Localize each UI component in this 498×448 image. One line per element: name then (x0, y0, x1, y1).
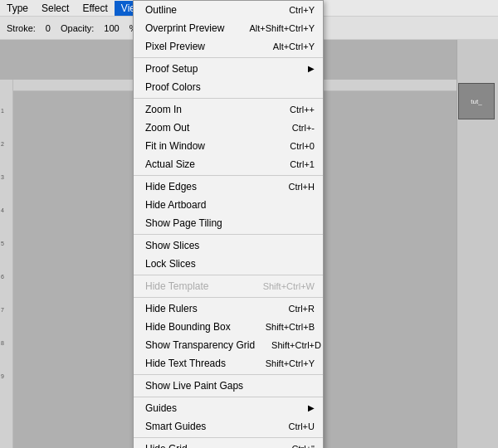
menu-item-show-transparency-grid[interactable]: Show Transparency Grid Shift+Ctrl+D (134, 336, 323, 354)
stroke-value[interactable]: 0 (42, 22, 54, 35)
menu-item-outline[interactable]: Outline Ctrl+Y (134, 1, 323, 19)
divider-6 (134, 297, 323, 298)
menu-item-actual-size[interactable]: Actual Size Ctrl+1 (134, 155, 323, 173)
divider-3 (134, 175, 323, 176)
ruler-mark: 5 (1, 241, 4, 246)
menu-select[interactable]: Select (35, 1, 76, 16)
menu-item-lock-slices[interactable]: Lock Slices (134, 255, 323, 273)
menu-item-show-page-tiling[interactable]: Show Page Tiling (134, 214, 323, 232)
ruler-mark: 7 (1, 307, 4, 313)
menu-item-proof-setup[interactable]: Proof Setup ▶ (134, 60, 323, 78)
menu-item-pixel-preview[interactable]: Pixel Preview Alt+Ctrl+Y (134, 37, 323, 56)
menu-item-zoom-out[interactable]: Zoom Out Ctrl+- (134, 119, 323, 137)
menu-item-zoom-in[interactable]: Zoom In Ctrl++ (134, 100, 323, 119)
menu-item-hide-template: Hide Template Shift+Ctrl+W (134, 277, 323, 295)
menu-item-show-live-paint-gaps[interactable]: Show Live Paint Gaps (134, 377, 323, 395)
divider-1 (134, 57, 323, 58)
ruler-mark: 8 (1, 340, 4, 346)
ruler-mark: 3 (1, 174, 4, 180)
menu-item-overprint-preview[interactable]: Overprint Preview Alt+Shift+Ctrl+Y (134, 19, 323, 37)
menu-item-smart-guides[interactable]: Smart Guides Ctrl+U (134, 417, 323, 436)
divider-5 (134, 275, 323, 275)
ruler-mark: 1 (1, 108, 4, 114)
ruler-left: 1 2 3 4 5 6 7 8 9 (0, 80, 13, 448)
menu-type[interactable]: Type (0, 1, 35, 16)
ruler-mark: 2 (1, 141, 4, 147)
menu-item-guides[interactable]: Guides ▶ (134, 399, 323, 417)
stroke-label: Stroke: (3, 22, 39, 35)
thumbnail-panel[interactable]: tut_ (458, 83, 495, 119)
divider-7 (134, 374, 323, 375)
menu-item-hide-edges[interactable]: Hide Edges Ctrl+H (134, 178, 323, 196)
menu-effect[interactable]: Effect (76, 1, 114, 16)
ruler-mark: 6 (1, 274, 4, 280)
menu-item-proof-colors[interactable]: Proof Colors (134, 78, 323, 96)
ruler-mark: 9 (1, 373, 4, 379)
menu-item-hide-text-threads[interactable]: Hide Text Threads Shift+Ctrl+Y (134, 354, 323, 373)
menu-item-hide-grid[interactable]: Hide Grid Ctrl+" (134, 440, 323, 448)
divider-2 (134, 98, 323, 99)
menu-item-hide-artboard[interactable]: Hide Artboard (134, 196, 323, 214)
divider-8 (134, 397, 323, 397)
menu-item-show-slices[interactable]: Show Slices (134, 236, 323, 255)
opacity-label: Opacity: (57, 22, 97, 35)
menu-item-hide-bounding-box[interactable]: Hide Bounding Box Shift+Ctrl+B (134, 318, 323, 336)
divider-4 (134, 234, 323, 235)
ruler-mark: 4 (1, 207, 4, 213)
thumbnail-label: tut_ (471, 98, 481, 105)
menu-item-fit-in-window[interactable]: Fit in Window Ctrl+0 (134, 137, 323, 155)
opacity-value[interactable]: 100 (100, 22, 122, 35)
right-panel: tut_ (456, 40, 498, 448)
dropdown-menu: Outline Ctrl+Y Overprint Preview Alt+Shi… (133, 0, 324, 448)
menu-item-hide-rulers[interactable]: Hide Rulers Ctrl+R (134, 299, 323, 318)
divider-9 (134, 437, 323, 438)
